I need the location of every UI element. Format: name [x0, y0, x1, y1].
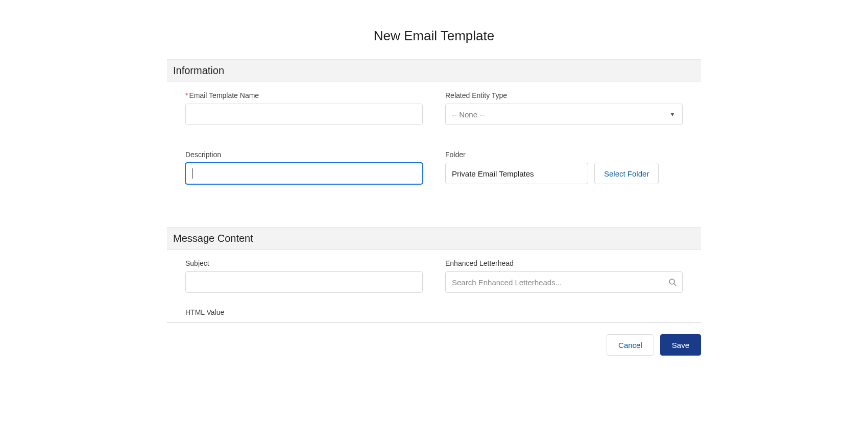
input-enhanced-letterhead-search[interactable] [445, 271, 683, 293]
label-subject: Subject [185, 259, 423, 267]
label-folder: Folder [445, 151, 683, 159]
label-html-value: HTML Value [185, 308, 683, 319]
modal-container: New Email Template Information *Email Te… [167, 28, 701, 356]
folder-display-value: Private Email Templates [452, 169, 534, 178]
required-indicator: * [185, 91, 188, 99]
input-email-template-name[interactable] [185, 104, 423, 125]
label-description: Description [185, 151, 423, 159]
section-message-content-body: Subject Enhanced Letterhead [167, 250, 701, 308]
select-related-entity-type-value: -- None -- [452, 110, 485, 119]
select-folder-button[interactable]: Select Folder [594, 163, 659, 184]
footer-actions: Cancel Save [167, 323, 701, 356]
field-enhanced-letterhead: Enhanced Letterhead [445, 259, 683, 293]
label-related-entity-type: Related Entity Type [445, 91, 683, 99]
label-enhanced-letterhead: Enhanced Letterhead [445, 259, 683, 267]
section-header-information: Information [167, 59, 701, 82]
cancel-button[interactable]: Cancel [607, 334, 654, 356]
folder-display: Private Email Templates [445, 163, 588, 184]
search-icon [668, 278, 677, 286]
input-description[interactable] [185, 163, 423, 184]
field-html-value: HTML Value [167, 308, 701, 319]
text-cursor [192, 168, 192, 179]
save-button[interactable]: Save [660, 334, 701, 356]
section-information-body: *Email Template Name Related Entity Type… [167, 82, 701, 196]
input-subject[interactable] [185, 271, 423, 293]
field-related-entity-type: Related Entity Type -- None -- ▼ [445, 91, 683, 125]
page-title: New Email Template [167, 28, 701, 44]
field-description: Description [185, 151, 423, 184]
field-folder: Folder Private Email Templates Select Fo… [445, 151, 683, 184]
chevron-down-icon: ▼ [669, 111, 676, 118]
section-header-message-content: Message Content [167, 227, 701, 250]
svg-line-1 [674, 284, 676, 286]
label-email-template-name: *Email Template Name [185, 91, 423, 99]
field-email-template-name: *Email Template Name [185, 91, 423, 125]
field-subject: Subject [185, 259, 423, 293]
select-related-entity-type[interactable]: -- None -- [445, 104, 683, 125]
